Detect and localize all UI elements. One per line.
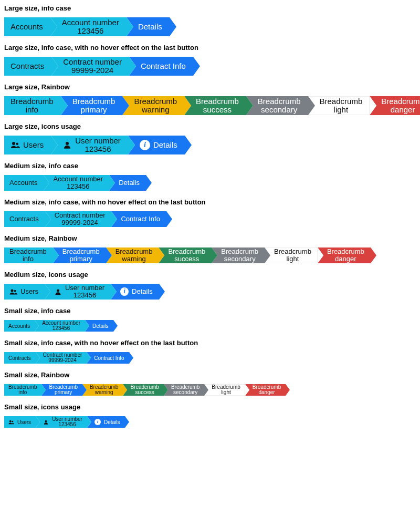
crumb-label: Account number123456 xyxy=(62,18,119,35)
crumb-danger[interactable]: Breadcrumbdanger xyxy=(370,96,420,115)
crumb-user-number[interactable]: User number123456 xyxy=(45,284,111,300)
crumb-contract-info[interactable]: Contract Info xyxy=(111,211,166,227)
user-icon xyxy=(62,140,72,150)
crumb-label: Breadcrumbsecondary xyxy=(171,385,200,396)
crumb-label: Breadcrumbprimary xyxy=(62,248,100,262)
crumb-contracts[interactable]: Contracts xyxy=(4,211,45,227)
breadcrumb-bar: Accounts Account number123456 Details xyxy=(4,175,416,191)
crumb-account-number[interactable]: Account number123456 xyxy=(44,175,109,191)
crumb-secondary[interactable]: Breadcrumbsecondary xyxy=(212,247,265,263)
crumb-label: Details xyxy=(153,141,177,150)
crumb-label: Breadcrumbsuccess xyxy=(196,97,239,114)
info-icon: i xyxy=(94,419,101,425)
crumb-label: Details xyxy=(138,23,162,32)
users-icon xyxy=(9,288,17,296)
crumb-success[interactable]: Breadcrumbsuccess xyxy=(184,96,246,115)
crumb-users[interactable]: Users xyxy=(4,136,51,154)
breadcrumb-bar: Accounts Account number123456 Details xyxy=(4,320,416,332)
crumb-details[interactable]: i Details xyxy=(87,416,125,428)
svg-point-2 xyxy=(66,142,69,145)
crumb-label: Breadcrumbprimary xyxy=(49,385,77,396)
crumb-info[interactable]: Breadcrumbinfo xyxy=(4,247,53,263)
svg-point-0 xyxy=(12,142,15,145)
crumb-label: Breadcrumbsuccess xyxy=(168,248,205,262)
crumb-label: Breadcrumbwarning xyxy=(116,248,153,262)
crumb-user-number[interactable]: User number123456 xyxy=(36,416,87,428)
crumb-info[interactable]: Breadcrumbinfo xyxy=(4,384,41,396)
user-icon xyxy=(54,288,62,296)
breadcrumb-bar: Breadcrumbinfo Breadcrumbprimary Breadcr… xyxy=(4,96,416,115)
crumb-light[interactable]: Breadcrumblight xyxy=(204,384,245,396)
crumb-label: Breadcrumbwarning xyxy=(90,385,118,396)
crumb-contract-number[interactable]: Contract number99999-2024 xyxy=(36,352,87,364)
crumb-users[interactable]: Users xyxy=(4,416,36,428)
crumb-success[interactable]: Breadcrumbsuccess xyxy=(123,384,163,396)
crumb-primary[interactable]: Breadcrumbprimary xyxy=(61,96,123,115)
crumb-account-number[interactable]: Account number123456 xyxy=(35,320,85,332)
crumb-details[interactable]: Details xyxy=(85,320,113,332)
crumb-label: Users xyxy=(23,141,44,150)
crumb-label: Breadcrumbsecondary xyxy=(221,248,258,262)
crumb-contract-info[interactable]: Contract Info xyxy=(129,57,193,76)
crumb-users[interactable]: Users xyxy=(4,284,45,300)
crumb-contract-info[interactable]: Contract Info xyxy=(87,352,129,364)
svg-point-8 xyxy=(45,420,47,422)
crumb-light[interactable]: Breadcrumblight xyxy=(265,247,318,263)
crumb-accounts[interactable]: Accounts xyxy=(4,320,35,332)
crumb-info[interactable]: Breadcrumbinfo xyxy=(4,96,61,115)
crumb-warning[interactable]: Breadcrumbwarning xyxy=(122,96,184,115)
crumb-user-number[interactable]: User number123456 xyxy=(51,136,128,154)
crumb-secondary[interactable]: Breadcrumbsecondary xyxy=(246,96,308,115)
breadcrumb-bar: Users User number123456 i Details xyxy=(4,136,416,154)
svg-point-7 xyxy=(12,420,13,422)
crumb-label: Breadcrumbprimary xyxy=(72,97,116,114)
crumb-label: Breadcrumblight xyxy=(320,97,363,114)
crumb-label: Contracts xyxy=(9,215,39,223)
crumb-label: Users xyxy=(20,288,38,295)
crumb-success[interactable]: Breadcrumbsuccess xyxy=(159,247,212,263)
section-title: Medium size, info case, with no hover ef… xyxy=(4,198,416,206)
crumb-label: Breadcrumbdanger xyxy=(327,248,364,262)
section-title: Small size, info case xyxy=(4,307,416,315)
crumb-danger[interactable]: Breadcrumbdanger xyxy=(318,247,371,263)
crumb-contracts[interactable]: Contracts xyxy=(4,352,36,364)
crumb-account-number[interactable]: Account number123456 xyxy=(50,17,127,36)
section-title: Large size, info case xyxy=(4,4,416,12)
crumb-label: Accounts xyxy=(10,23,43,32)
crumb-label: Account number123456 xyxy=(42,321,80,332)
crumb-label: User number123456 xyxy=(65,284,104,298)
crumb-label: Breadcrumbdanger xyxy=(381,97,420,114)
crumb-primary[interactable]: Breadcrumbprimary xyxy=(41,384,82,396)
crumb-label: Breadcrumbinfo xyxy=(10,97,54,114)
section-title: Medium size, Rainbow xyxy=(4,234,416,242)
crumb-label: Breadcrumbinfo xyxy=(8,385,37,396)
crumb-label: Details xyxy=(104,419,120,425)
breadcrumb-bar: Accounts Account number123456 Details xyxy=(4,17,416,36)
crumb-danger[interactable]: Breadcrumbdanger xyxy=(245,384,286,396)
section-title: Large size, icons usage xyxy=(4,122,416,130)
crumb-warning[interactable]: Breadcrumbwarning xyxy=(82,384,123,396)
crumb-warning[interactable]: Breadcrumbwarning xyxy=(106,247,159,263)
crumb-contract-number[interactable]: Contract number99999-2024 xyxy=(45,211,112,227)
crumb-primary[interactable]: Breadcrumbprimary xyxy=(53,247,106,263)
crumb-label: Details xyxy=(119,179,140,187)
section-title: Small size, icons usage xyxy=(4,403,416,411)
crumb-accounts[interactable]: Accounts xyxy=(4,17,50,36)
users-icon xyxy=(10,140,20,150)
svg-point-4 xyxy=(14,290,16,292)
crumb-secondary[interactable]: Breadcrumbsecondary xyxy=(164,384,204,396)
svg-point-1 xyxy=(16,143,19,146)
crumb-light[interactable]: Breadcrumblight xyxy=(308,96,370,115)
crumb-label: Contract number99999-2024 xyxy=(43,353,82,364)
crumb-details[interactable]: i Details xyxy=(111,284,159,300)
crumb-contracts[interactable]: Contracts xyxy=(4,57,51,76)
crumb-contract-number[interactable]: Contract number99999-2024 xyxy=(51,57,129,76)
crumb-details[interactable]: i Details xyxy=(128,136,185,154)
breadcrumb-bar: Contracts Contract number99999-2024 Cont… xyxy=(4,57,416,76)
crumb-label: Breadcrumbwarning xyxy=(134,97,177,114)
crumb-accounts[interactable]: Accounts xyxy=(4,175,44,191)
crumb-label: Accounts xyxy=(8,323,30,329)
breadcrumb-bar: Breadcrumbinfo Breadcrumbprimary Breadcr… xyxy=(4,384,416,396)
crumb-label: Contract number99999-2024 xyxy=(63,58,122,75)
users-icon xyxy=(8,419,14,425)
